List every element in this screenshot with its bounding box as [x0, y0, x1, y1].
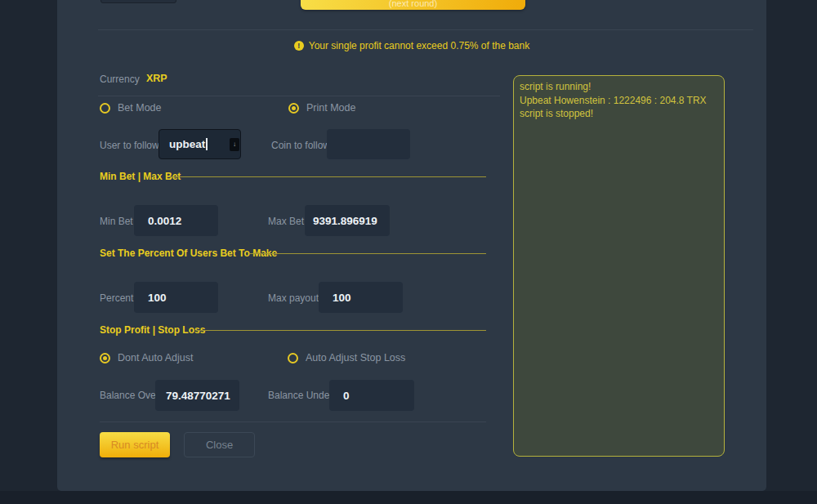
divider — [100, 421, 486, 422]
coin-to-follow-input[interactable] — [327, 129, 410, 159]
close-button[interactable]: Close — [184, 432, 255, 457]
log-line: Upbeat Howenstein : 1222496 : 204.8 TRX — [520, 94, 718, 108]
top-button-sublabel: (next round) — [301, 0, 525, 8]
text-caret — [206, 138, 208, 150]
section-title-stop: Stop Profit | Stop Loss — [100, 324, 205, 336]
max-bet-value: 9391.896919 — [313, 215, 377, 227]
log-line: script is running! — [520, 80, 718, 94]
script-log-textarea[interactable]: script is running! Upbeat Howenstein : 1… — [513, 75, 725, 457]
divider — [98, 29, 753, 30]
percent-value: 100 — [148, 292, 167, 304]
balance-under-input[interactable]: 0 — [329, 380, 414, 411]
auto-adjust-stop-loss-label[interactable]: Auto Adjust Stop Loss — [306, 352, 405, 364]
print-mode-label[interactable]: Print Mode — [306, 102, 355, 114]
profit-warning: ! Your single profit cannot exceed 0.75%… — [57, 39, 766, 52]
max-payout-value: 100 — [333, 292, 351, 304]
script-dialog-screen: (next round) ! Your single profit cannot… — [0, 0, 817, 504]
balance-under-value: 0 — [343, 390, 350, 402]
balance-under-label: Balance Under — [268, 390, 333, 401]
auto-adjust-stop-loss-radio[interactable] — [288, 353, 298, 364]
max-payout-input[interactable]: 100 — [319, 282, 403, 313]
bet-mode-label[interactable]: Bet Mode — [118, 102, 162, 114]
section-line — [196, 330, 486, 331]
divider — [98, 96, 500, 96]
min-bet-label: Min Bet — [100, 216, 133, 227]
dont-auto-adjust-label[interactable]: Dont Auto Adjust — [118, 352, 193, 364]
min-bet-value: 0.0012 — [148, 215, 181, 227]
cropped-top-input[interactable] — [100, 0, 176, 3]
user-to-follow-value: upbeat — [169, 138, 205, 150]
page-background-strip — [0, 491, 817, 504]
print-mode-radio[interactable] — [288, 103, 299, 114]
user-to-follow-label: User to follow — [100, 140, 159, 151]
section-line — [249, 253, 486, 254]
percent-input[interactable]: 100 — [134, 282, 218, 313]
dont-auto-adjust-radio[interactable] — [100, 353, 110, 364]
balance-over-input[interactable]: 79.48770271 — [155, 380, 239, 411]
exclamation-circle-icon: ! — [294, 41, 304, 51]
max-bet-label: Max Bet — [268, 216, 304, 227]
currency-value[interactable]: XRP — [146, 73, 167, 84]
min-bet-input[interactable]: 0.0012 — [134, 205, 218, 236]
max-bet-input[interactable]: 9391.896919 — [305, 205, 390, 236]
keyboard-icon: ↓ — [230, 138, 239, 151]
balance-over-label: Balance Over — [100, 390, 159, 401]
balance-over-value: 79.48770271 — [166, 390, 230, 402]
run-script-button[interactable]: Run script — [100, 432, 170, 457]
section-line — [167, 176, 486, 177]
log-line: script is stopped! — [520, 107, 718, 121]
profit-warning-text: Your single profit cannot exceed 0.75% o… — [309, 40, 529, 51]
percent-label: Percent — [100, 292, 133, 304]
coin-to-follow-label: Coin to follow — [271, 140, 330, 151]
currency-label: Currency — [100, 74, 140, 85]
user-to-follow-input[interactable]: upbeat — [158, 129, 241, 159]
max-payout-label: Max payout — [268, 292, 319, 304]
bet-mode-radio[interactable] — [100, 103, 110, 114]
cropped-top-button[interactable]: (next round) — [301, 0, 525, 10]
